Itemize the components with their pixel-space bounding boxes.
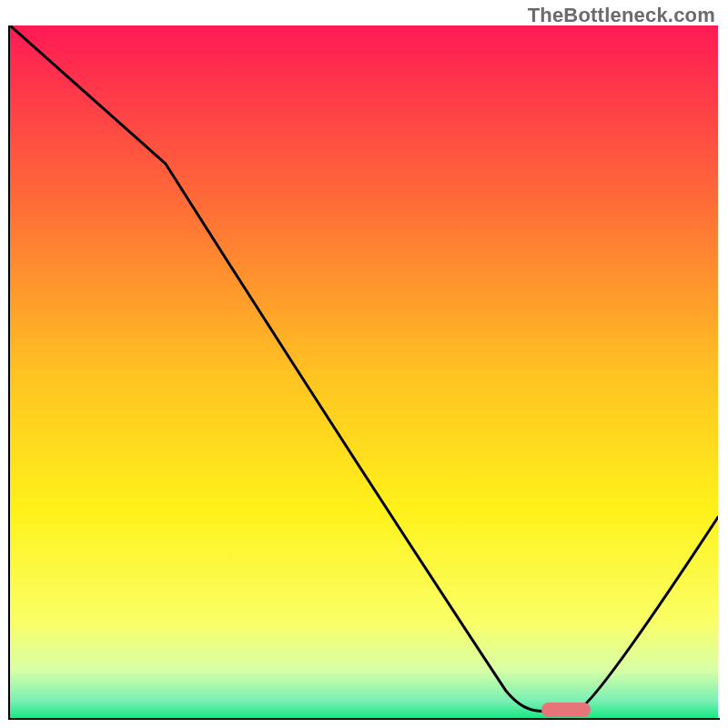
watermark-text: TheBottleneck.com xyxy=(528,4,715,27)
chart-axes-frame xyxy=(8,25,720,720)
